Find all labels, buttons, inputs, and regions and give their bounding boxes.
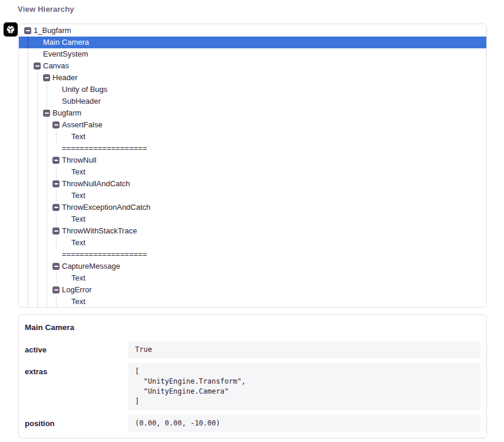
collapse-minus-icon[interactable] [52,180,60,187]
page-title: View Hierarchy [18,5,74,14]
collapse-minus-icon[interactable] [52,263,60,270]
tree-node-eventsystem[interactable]: EventSystem [19,48,486,60]
indent-guide [34,119,43,131]
tree-node-capturemessage[interactable]: CaptureMessage [19,260,486,272]
indent-guide [24,296,34,308]
tree-node-unity-of-bugs[interactable]: Unity of Bugs [19,84,486,95]
collapse-minus-icon[interactable] [43,74,50,81]
tree-node-label: ThrowNull [62,154,97,166]
tree-node-throwwithstacktrace[interactable]: ThrowWithStackTrace [19,225,486,237]
tree-node-thrownull[interactable]: ThrowNull [19,154,486,166]
indent-guide [24,225,34,237]
indent-guide [52,131,62,143]
indent-guide [34,95,43,107]
tree-node-text[interactable]: Text [19,131,486,143]
detail-value: (0.00, 0.00, -10.00) [128,415,480,432]
tree-node-1-bugfarm[interactable]: 1_Bugfarm [19,25,486,37]
indent-guide [34,284,43,296]
tree-node-label: Text [71,272,85,284]
indent-guide [43,213,52,225]
indent-guide [43,249,52,260]
tree-node-label: 1_Bugfarm [34,25,71,37]
tree-node-throwexceptionandcatch[interactable]: ThrowExceptionAndCatch [19,202,486,213]
tree-node-text[interactable]: Text [19,237,486,249]
indent-guide [34,202,43,213]
indent-guide [24,84,34,95]
tree-node-label: CaptureMessage [62,260,120,272]
indent-guide [24,178,34,190]
tree-node-separator[interactable]: =================== [19,143,486,154]
tree-node-subheader[interactable]: SubHeader [19,95,486,107]
tree-node-label: =================== [62,249,147,260]
indent-guide [24,249,34,260]
detail-key: extras [25,363,128,376]
tree-node-header[interactable]: Header [19,72,486,84]
indent-guide [43,260,52,272]
tree-node-label: LogError [62,284,92,296]
indent-guide [43,131,52,143]
tree-node-label: SubHeader [62,95,101,107]
indent-guide [34,225,43,237]
indent-guide [52,237,62,249]
indent-guide [43,296,52,308]
tree-node-text[interactable]: Text [19,166,486,178]
indent-guide [43,143,52,154]
detail-value: True [128,341,480,358]
indent-guide [24,37,34,48]
indent-guide [34,296,43,308]
indent-guide [24,48,34,60]
collapse-minus-icon[interactable] [34,62,41,70]
tree-node-label: Unity of Bugs [62,84,107,95]
collapse-minus-icon[interactable] [52,121,60,128]
detail-row-position: position(0.00, 0.00, -10.00) [25,415,480,432]
detail-panel: Main Camera activeTrueextras[ "UnityEngi… [18,314,487,438]
tree-node-assertfalse[interactable]: AssertFalse [19,119,486,131]
tree-node-separator[interactable]: =================== [19,249,486,260]
indent-guide [43,178,52,190]
indent-guide [43,166,52,178]
collapse-minus-icon[interactable] [43,110,50,117]
detail-value: [ "UnityEngine.Transform", "UnityEngine.… [128,363,480,410]
indent-guide [24,237,34,249]
indent-guide [43,84,52,95]
tree-node-thrownullandcatch[interactable]: ThrowNullAndCatch [19,178,486,190]
tree-node-text[interactable]: Text [19,190,486,202]
detail-rows: activeTrueextras[ "UnityEngine.Transform… [25,341,480,432]
unity-logo-icon [4,22,18,37]
collapse-minus-icon[interactable] [24,27,31,34]
indent-guide [34,84,43,95]
collapse-minus-icon[interactable] [52,286,60,293]
indent-guide [34,107,43,119]
indent-guide [34,190,43,202]
tree-node-text[interactable]: Text [19,213,486,225]
indent-guide [34,272,43,284]
tree-node-bugfarm[interactable]: Bugfarm [19,107,486,119]
collapse-minus-icon[interactable] [52,227,60,235]
tree-node-canvas[interactable]: Canvas [19,60,486,72]
indent-guide [43,272,52,284]
indent-guide [52,190,62,202]
tree-node-label: ThrowWithStackTrace [62,225,137,237]
tree-node-text[interactable]: Text [19,296,486,308]
collapse-minus-icon[interactable] [52,157,60,164]
tree-node-label: Text [71,131,85,143]
collapse-minus-icon[interactable] [52,204,60,211]
tree-node-label: AssertFalse [62,119,103,131]
indent-guide [24,213,34,225]
indent-guide [34,143,43,154]
indent-guide [43,225,52,237]
tree-node-text[interactable]: Text [19,272,486,284]
tree-node-label: Text [71,237,85,249]
indent-guide [34,166,43,178]
indent-guide [34,72,43,84]
indent-guide [24,72,34,84]
indent-guide [24,60,34,72]
tree-node-main-camera[interactable]: Main Camera [19,37,486,48]
indent-guide [24,190,34,202]
tree-node-label: ThrowExceptionAndCatch [62,202,150,213]
tree-node-logerror[interactable]: LogError [19,284,486,296]
tree-node-label: Text [71,296,85,308]
tree-node-label: Text [71,190,85,202]
indent-guide [24,166,34,178]
indent-guide [52,213,62,225]
